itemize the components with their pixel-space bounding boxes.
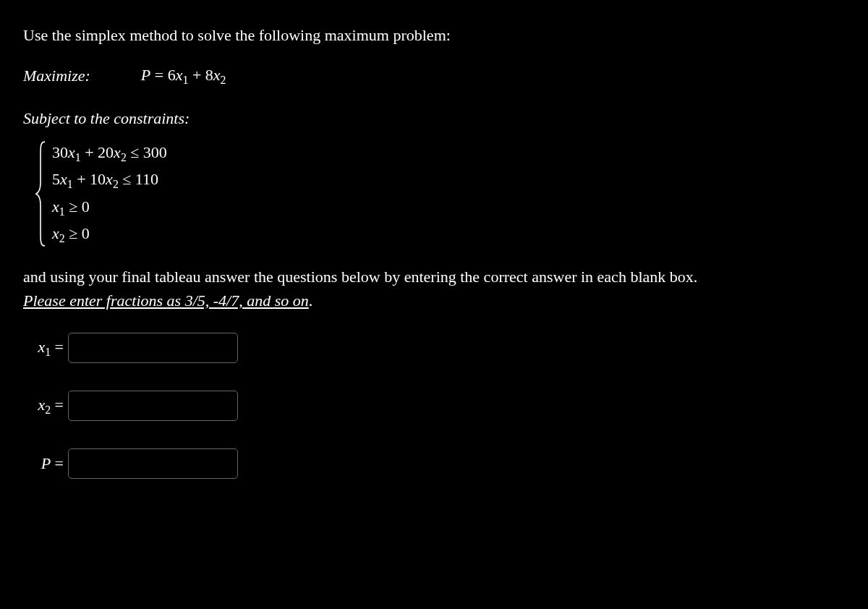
instruction-paragraph: and using your final tableau answer the …: [23, 265, 845, 312]
x1-label: x1 =: [23, 335, 64, 361]
intro-text: Use the simplex method to solve the foll…: [23, 23, 845, 47]
instruction-plain: and using your final tableau answer the …: [23, 268, 697, 286]
answer-row-x1: x1 =: [23, 333, 845, 363]
answers-section: x1 = x2 = P =: [23, 333, 845, 479]
constraint-lines: 30x1 + 20x2 ≤ 300 5x1 + 10x2 ≤ 110 x1 ≥ …: [52, 140, 167, 247]
answer-row-x2: x2 =: [23, 391, 845, 421]
p-label: P =: [23, 451, 64, 475]
objective-expression: P = 6x1 + 8x2: [141, 63, 226, 89]
objective-row: Maximize: P = 6x1 + 8x2: [23, 63, 845, 89]
answer-row-p: P =: [23, 448, 845, 479]
subject-to-label: Subject to the constraints:: [23, 106, 845, 130]
constraint-3: x1 ≥ 0: [52, 195, 167, 221]
constraints-block: 30x1 + 20x2 ≤ 300 5x1 + 10x2 ≤ 110 x1 ≥ …: [35, 140, 845, 247]
x1-input[interactable]: [68, 333, 238, 363]
maximize-label: Maximize:: [23, 64, 90, 88]
left-brace-icon: [35, 140, 48, 247]
instruction-emphasis: Please enter fractions as 3/5, -4/7, and…: [23, 291, 309, 310]
problem-page: Use the simplex method to solve the foll…: [0, 0, 868, 502]
x2-input[interactable]: [68, 391, 238, 421]
p-input[interactable]: [68, 448, 238, 479]
constraint-2: 5x1 + 10x2 ≤ 110: [52, 167, 167, 193]
instruction-period: .: [309, 291, 313, 310]
constraint-1: 30x1 + 20x2 ≤ 300: [52, 140, 167, 166]
x2-label: x2 =: [23, 393, 64, 419]
constraint-4: x2 ≥ 0: [52, 221, 167, 247]
